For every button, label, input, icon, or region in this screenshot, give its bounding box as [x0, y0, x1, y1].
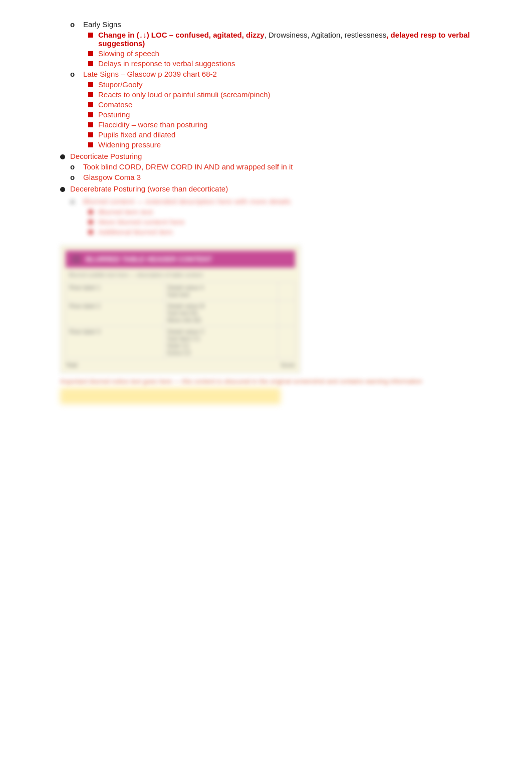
table-cell: [278, 326, 295, 359]
blurred-sub-2: More blurred content here: [88, 218, 491, 226]
o-bullet-decorticate-2: o: [70, 173, 79, 181]
decorticate-item: Decorticate Posturing: [60, 152, 491, 160]
early-signs-label: Early Signs: [83, 20, 491, 29]
late-bullet-icon-7: [88, 142, 93, 147]
blurred-box-header: BLURRED TABLE HEADER CONTENT: [66, 251, 295, 268]
blurred-sub-list: Blurred item text More blurred content h…: [88, 208, 491, 236]
widening-pressure-text: Widening pressure: [98, 140, 161, 149]
late-signs-list: Stupor/Goofy Reacts to only loud or pain…: [88, 80, 491, 149]
table-cell: [278, 301, 295, 326]
early-signs-item: o Early Signs: [70, 20, 491, 29]
bullet-icon-2: [88, 51, 93, 56]
blurred-footer-text-1: Important blurred notice text goes here …: [60, 377, 491, 385]
blurred-yellow-bar: [60, 388, 281, 404]
posturing-text: Posturing: [98, 110, 130, 119]
blurred-footer-section: Important blurred notice text goes here …: [60, 377, 491, 404]
late-bullet-icon-6: [88, 132, 93, 137]
early-bullet-1-text: Change in (↓↓) LOC – confused, agitated,…: [98, 31, 491, 48]
table-cell: Row label 2: [66, 301, 164, 326]
decerebrate-bullet-icon: [60, 187, 65, 192]
flaccidity-text: Flaccidity – worse than posturing: [98, 120, 207, 129]
table-cell: Row label 1: [66, 282, 164, 301]
comatose-text: Comatose: [98, 100, 132, 109]
blurred-table-box: BLURRED TABLE HEADER CONTENT Blurred sub…: [60, 245, 301, 373]
blurred-bullet-3: [88, 230, 93, 235]
late-bullet-icon-2: [88, 92, 93, 97]
late-bullet-4: Posturing: [88, 110, 491, 119]
late-bullet-1: Stupor/Goofy: [88, 80, 491, 89]
late-bullet-2: Reacts to only loud or painful stimuli (…: [88, 90, 491, 99]
blurred-sub-3: Additional blurred item: [88, 228, 491, 236]
blurred-data-table: Row label 1 Detail value ASub text Row l…: [66, 282, 295, 359]
decorticate-sub-1-text: Took blind CORD, DREW CORD IN AND and wr…: [83, 162, 491, 171]
blurred-table-title: Blurred subtitle text here — description…: [66, 268, 295, 280]
table-cell: [278, 282, 295, 301]
decorticate-label: Decorticate Posturing: [70, 152, 142, 160]
table-row: Row label 1 Detail value ASub text: [66, 282, 295, 301]
blurred-footer-left: Total: [66, 362, 77, 368]
early-bullet-2: Slowing of speech: [88, 49, 491, 58]
change-in-loc-bold: Change in (↓↓) LOC – confused, agitated,…: [98, 31, 264, 39]
decorticate-sub-1: o Took blind CORD, DREW CORD IN AND and …: [70, 162, 491, 171]
blurred-header-text: BLURRED TABLE HEADER CONTENT: [86, 255, 212, 263]
blurred-sub-3-text: Additional blurred item: [98, 228, 173, 236]
blurred-header-icon: [72, 255, 81, 264]
late-signs-item: o Late Signs – Glascow p 2039 chart 68-2: [70, 70, 491, 78]
late-bullet-icon-1: [88, 82, 93, 87]
blurred-bullet-1: [88, 210, 93, 215]
blurred-footer-right: Score: [281, 362, 295, 368]
o-bullet-late: o: [70, 70, 79, 78]
slowing-speech-text: Slowing of speech: [98, 49, 159, 58]
blurred-section: o Blurred content — extended description…: [60, 197, 491, 236]
stupor-text: Stupor/Goofy: [98, 80, 142, 89]
table-row: Row label 3 Detail value CSub item C1Not…: [66, 326, 295, 359]
table-row: Row label 2 Detail value BSub text B1Mor…: [66, 301, 295, 326]
late-bullet-5: Flaccidity – worse than posturing: [88, 120, 491, 129]
late-bullet-7: Widening pressure: [88, 140, 491, 149]
decorticate-sub-2-text: Glasgow Coma 3: [83, 173, 491, 181]
late-bullet-6: Pupils fixed and dilated: [88, 130, 491, 139]
blurred-table-footer: Total Score: [66, 362, 295, 368]
late-bullet-icon-4: [88, 112, 93, 117]
o-bullet-decorticate-1: o: [70, 162, 79, 171]
decorticate-sub-2: o Glasgow Coma 3: [70, 173, 491, 181]
decorticate-bullet-icon: [60, 154, 65, 159]
change-in-loc-normal: , Drowsiness, Agitation, restlessness: [264, 31, 386, 39]
table-cell: Detail value ASub text: [164, 282, 278, 301]
late-signs-label: Late Signs – Glascow p 2039 chart 68-2: [83, 70, 491, 78]
early-bullet-1: Change in (↓↓) LOC – confused, agitated,…: [88, 31, 491, 48]
blurred-sub-1: Blurred item text: [88, 208, 491, 216]
blurred-o-text: Blurred content — extended description h…: [83, 197, 491, 206]
table-cell: Detail value CSub item C1Note C2Extra C3: [164, 326, 278, 359]
bullet-icon-3: [88, 61, 93, 66]
o-bullet-early: o: [70, 20, 79, 29]
late-bullet-3: Comatose: [88, 100, 491, 109]
blurred-o-bullet: o: [70, 197, 79, 206]
blurred-bullet-2: [88, 220, 93, 225]
decerebrate-item: Decerebrate Posturing (worse than decort…: [60, 184, 491, 193]
bullet-icon-1: [88, 33, 93, 38]
blurred-o-item: o Blurred content — extended description…: [70, 197, 491, 206]
table-cell: Detail value BSub text B1More info B2: [164, 301, 278, 326]
delays-response-text: Delays in response to verbal suggestions: [98, 59, 235, 68]
pupils-fixed-text: Pupils fixed and dilated: [98, 130, 175, 139]
decerebrate-label: Decerebrate Posturing (worse than decort…: [70, 184, 228, 193]
main-content: o Early Signs Change in (↓↓) LOC – confu…: [60, 20, 491, 404]
blurred-sub-1-text: Blurred item text: [98, 208, 153, 216]
blurred-sub-2-text: More blurred content here: [98, 218, 185, 226]
early-signs-list: Change in (↓↓) LOC – confused, agitated,…: [88, 31, 491, 68]
table-cell: Row label 3: [66, 326, 164, 359]
blurred-box-container: BLURRED TABLE HEADER CONTENT Blurred sub…: [60, 245, 491, 373]
reacts-text: Reacts to only loud or painful stimuli (…: [98, 90, 270, 99]
early-bullet-3: Delays in response to verbal suggestions: [88, 59, 491, 68]
late-bullet-icon-3: [88, 102, 93, 107]
late-bullet-icon-5: [88, 122, 93, 127]
